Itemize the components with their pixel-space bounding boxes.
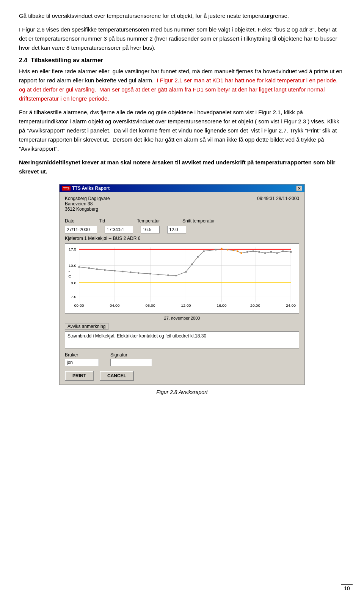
divider-1 [65,215,299,215]
address1: Baneveien 38 [65,201,110,206]
avvik-text: Strømbrudd i Melkekjøl. Elektrikker kont… [65,331,299,348]
svg-text:16:00: 16:00 [217,303,226,307]
svg-rect-22 [104,269,105,271]
paragraph-1: Gå tilbake til oversiktsvinduet over tem… [19,11,345,20]
svg-rect-37 [221,248,222,250]
svg-rect-35 [209,250,210,251]
signatur-col: Signatur [110,352,152,366]
tid-label: Tid [99,218,129,224]
temperatur-field[interactable] [141,226,160,233]
bruker-label: Bruker [65,352,99,358]
bruker-col: Bruker [65,352,99,366]
print-button[interactable]: PRINT [65,371,94,381]
svg-text:0.0: 0.0 [71,281,77,285]
svg-rect-38 [227,249,228,251]
signatur-label: Signatur [110,352,152,358]
svg-rect-21 [96,268,97,270]
form-headers-row: Dato Tid Temperatur Snitt temperatur [65,218,299,224]
svg-rect-31 [185,271,187,273]
company-row: Kongsberg Dagligvare Baneveien 38 3612 K… [65,196,299,212]
svg-text:00:00: 00:00 [74,303,84,307]
svg-rect-24 [122,271,123,272]
company-info: Kongsberg Dagligvare Baneveien 38 3612 K… [65,196,110,212]
svg-text:08:00: 08:00 [145,303,155,307]
paragraph-2: I Figur 2.6 vises den spesifikke tempera… [19,25,345,52]
svg-text:17.5: 17.5 [69,247,77,251]
svg-text:10.0: 10.0 [69,264,77,268]
avvik-label: Avviks anmerkning [65,323,108,330]
tid-field[interactable] [105,226,133,233]
svg-rect-49 [290,251,292,253]
svg-rect-43 [253,251,254,252]
svg-rect-42 [246,251,248,253]
form-values-row [65,226,299,233]
svg-rect-44 [259,251,260,253]
section-paragraph-3: Næringsmiddeltilsynet krever at man skal… [19,158,345,176]
svg-rect-45 [264,252,266,254]
temp-label: Temperatur [137,218,175,224]
svg-text:12:00: 12:00 [181,303,191,307]
svg-rect-48 [282,251,284,252]
svg-rect-41 [241,252,242,254]
svg-rect-33 [197,256,199,258]
tts-logo: TTS [62,186,71,191]
chart-svg: 17.5 10.0 0.0 -7.0 ° C [65,244,299,313]
bus-example: "bus 2 og adr 3" [274,26,315,33]
svg-rect-47 [276,252,278,254]
svg-rect-32 [191,263,193,265]
window-body: Kongsberg Dagligvare Baneveien 38 3612 K… [60,192,304,385]
figure-container: TTS TTS Aviks Raport ✕ Kongsberg Dagligv… [59,184,305,395]
svg-rect-28 [157,274,159,275]
svg-text:-7.0: -7.0 [69,295,76,299]
snitt-label: Snitt temperatur [182,218,224,224]
section-paragraph-2: For å tilbakestille alarmene, dvs fjerne… [19,108,345,153]
dato-label: Dato [65,218,91,224]
svg-rect-27 [149,273,151,274]
svg-rect-19 [78,266,80,268]
signatur-field[interactable] [110,359,152,366]
chart-x-label: 27. november 2000 [65,316,299,320]
svg-rect-39 [233,250,234,251]
section-heading: 2.4 Tilbakestilling av alarmer [19,57,345,64]
svg-rect-46 [270,251,272,253]
button-row: PRINT CANCEL [65,371,299,381]
snitt-field[interactable] [167,226,186,233]
svg-rect-20 [88,267,90,269]
section-paragraph-1: Hvis en eller flere røde alarmer eller g… [19,67,345,103]
close-button[interactable]: ✕ [296,186,302,191]
figure-caption: Figur 2.8 Avviksraport [156,389,207,395]
svg-rect-26 [138,272,139,274]
bruker-row: Bruker Signatur [65,352,299,366]
avvik-window: TTS TTS Aviks Raport ✕ Kongsberg Dagligv… [59,184,305,385]
window-titlebar: TTS TTS Aviks Raport ✕ [60,184,304,192]
address2: 3612 Kongsberg [65,206,110,212]
svg-rect-30 [175,275,177,276]
svg-rect-23 [114,270,115,271]
svg-text:20:00: 20:00 [250,303,260,307]
window-title: TTS Aviks Raport [72,186,110,191]
titlebar-left: TTS TTS Aviks Raport [62,186,110,191]
svg-text:24:00: 24:00 [286,303,296,307]
svg-rect-36 [215,249,217,251]
room-label: Kjølerom 1 Melkekjøl -- BUS 2 ADR 6 [65,236,299,241]
svg-text:04:00: 04:00 [110,303,119,307]
svg-rect-34 [203,251,204,252]
chart-area: 17.5 10.0 0.0 -7.0 ° C [65,243,299,314]
svg-rect-25 [130,271,131,273]
datetime: 09:49:31 28/11-2000 [257,196,299,212]
dato-field[interactable] [65,226,97,233]
svg-text:C: C [68,274,71,278]
svg-rect-29 [167,274,169,276]
bruker-field[interactable] [65,359,99,366]
company-name: Kongsberg Dagligvare [65,196,110,201]
cancel-button[interactable]: CANCEL [100,371,134,381]
svg-rect-40 [237,251,238,252]
